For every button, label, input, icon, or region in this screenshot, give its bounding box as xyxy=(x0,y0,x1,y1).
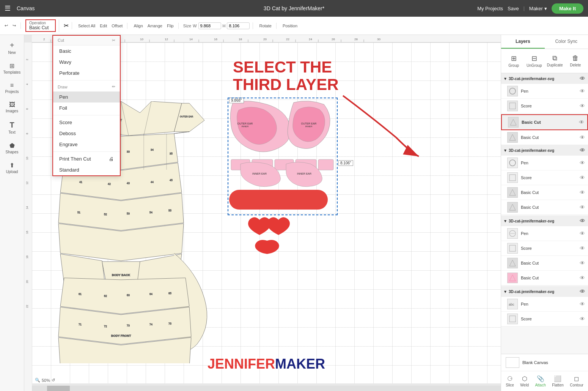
basiccut-g2-2-thumb xyxy=(507,202,518,213)
svg-marker-54 xyxy=(174,132,189,134)
sidebar-item-templates[interactable]: ⊞ Templates xyxy=(0,59,24,77)
sidebar-item-text[interactable]: T Text xyxy=(0,118,24,137)
layer-item-basiccut-highlighted[interactable]: Basic Cut 👁 xyxy=(501,114,588,130)
layer-basiccut-g3-1[interactable]: Basic Cut 👁 xyxy=(501,256,588,271)
layer-basiccut-g2-1[interactable]: Basic Cut 👁 xyxy=(501,185,588,200)
engrave-item[interactable]: Engrave xyxy=(53,139,120,150)
align-button[interactable]: Align xyxy=(132,23,144,29)
position-button[interactable]: Position xyxy=(281,23,299,29)
group-button[interactable]: ⊞ Group xyxy=(504,52,523,70)
svg-text:52: 52 xyxy=(104,213,107,216)
layer-group-header-1[interactable]: ▾ 3D-cat-jennifermaker-svg 👁 xyxy=(501,73,588,84)
layer-item-basiccut-2[interactable]: Basic Cut 👁 xyxy=(501,130,588,145)
layer-score-2[interactable]: Score 👁 xyxy=(501,170,588,185)
horizontal-scrollbar[interactable] xyxy=(32,386,501,391)
flatten-button[interactable]: ⬜ Flatten xyxy=(549,374,567,389)
width-input[interactable] xyxy=(198,22,221,29)
layer-basiccut-g3-2-pink[interactable]: Basic Cut 👁 xyxy=(501,271,588,285)
make-it-button[interactable]: Make It xyxy=(552,3,583,14)
my-projects-link[interactable]: My Projects xyxy=(477,6,503,11)
basiccut-g3-2-pink-eye[interactable]: 👁 xyxy=(580,275,585,281)
pen3-eye-icon[interactable]: 👁 xyxy=(580,230,585,236)
sidebar-item-upload[interactable]: ⬆ Upload xyxy=(0,159,24,177)
sidebar-item-images[interactable]: 🖼 Images xyxy=(0,98,24,116)
layer-basiccut-g2-2[interactable]: Basic Cut 👁 xyxy=(501,200,588,215)
undo-button[interactable]: ↩ xyxy=(3,22,9,29)
layer-pen-2[interactable]: Pen 👁 xyxy=(501,156,588,170)
layer-group-header-4[interactable]: ▾ 3D-cat-jennifermaker-svg 👁 xyxy=(501,286,588,297)
offset-button[interactable]: Offset xyxy=(110,23,124,29)
flatten-icon: ⬜ xyxy=(554,375,561,382)
rotate-button[interactable]: Rotate xyxy=(258,23,273,29)
score2-eye-icon[interactable]: 👁 xyxy=(580,175,585,181)
basiccut-g3-1-eye[interactable]: 👁 xyxy=(580,260,585,266)
layer-item-score-1[interactable]: Score 👁 xyxy=(501,99,588,114)
group3-eye-icon[interactable]: 👁 xyxy=(580,218,585,224)
sidebar-item-shapes[interactable]: ⬟ Shapes xyxy=(0,139,24,157)
save-button[interactable]: Save xyxy=(508,6,519,11)
svg-text:74: 74 xyxy=(149,323,153,326)
print-then-cut-item[interactable]: Print Then Cut 🖨 xyxy=(53,153,120,164)
cut-wavy-item[interactable]: Wavy xyxy=(53,57,120,68)
draw-foil-item[interactable]: Foil xyxy=(53,102,120,114)
svg-text:44: 44 xyxy=(151,181,154,183)
cut-basic-item[interactable]: Basic xyxy=(53,46,120,57)
score3-eye-icon[interactable]: 👁 xyxy=(580,245,585,251)
height-input[interactable] xyxy=(227,22,250,29)
pen1-eye-icon[interactable]: 👁 xyxy=(580,88,585,94)
group1-eye-icon[interactable]: 👁 xyxy=(580,76,585,82)
attach-button[interactable]: 📎 Attach xyxy=(532,374,549,389)
sidebar-item-new[interactable]: + New xyxy=(0,38,24,58)
redo-button[interactable]: ↪ xyxy=(11,22,17,29)
basiccut-g2-1-eye[interactable]: 👁 xyxy=(580,189,585,196)
arrange-button[interactable]: Arrange xyxy=(146,23,164,29)
new-icon: + xyxy=(10,41,14,50)
layer-item-pen-1[interactable]: Pen 👁 xyxy=(501,84,588,99)
basiccut2-thumbnail xyxy=(507,132,518,143)
score-item[interactable]: Score xyxy=(53,117,120,128)
tab-layers[interactable]: Layers xyxy=(501,35,545,49)
duplicate-button[interactable]: ⧉ Duplicate xyxy=(546,52,564,70)
weld-button[interactable]: ⬡ Weld xyxy=(517,374,532,389)
svg-rect-131 xyxy=(509,316,516,322)
zoom-display: 🔍 50% ↺ xyxy=(35,378,55,383)
layer-score-4[interactable]: Score 👁 xyxy=(501,312,588,326)
group2-eye-icon[interactable]: 👁 xyxy=(580,147,585,153)
layer-group-header-3[interactable]: ▾ 3D-cat-jennifermaker-svg 👁 xyxy=(501,216,588,226)
blank-canvas-swatch xyxy=(506,357,519,368)
layer-group-header-2[interactable]: ▾ 3D-cat-jennifermaker-svg 👁 xyxy=(501,145,588,156)
group4-eye-icon[interactable]: 👁 xyxy=(580,289,585,295)
flip-button[interactable]: Flip xyxy=(165,23,175,29)
svg-text:43: 43 xyxy=(127,182,130,184)
maker-button[interactable]: Maker ▾ xyxy=(529,6,547,11)
standard-item[interactable]: Standard xyxy=(53,164,120,175)
ungroup-button[interactable]: ⊟ UnGroup xyxy=(525,52,544,70)
sidebar-item-projects[interactable]: ≡ Projects xyxy=(0,79,24,97)
svg-marker-124 xyxy=(509,204,516,210)
basiccut-g2-2-eye[interactable]: 👁 xyxy=(580,204,585,210)
score4-eye-icon[interactable]: 👁 xyxy=(580,316,585,322)
score1-eye-icon[interactable]: 👁 xyxy=(580,103,585,109)
pen4-eye-icon[interactable]: 👁 xyxy=(580,301,585,307)
slice-button[interactable]: ⚆ Slice xyxy=(503,374,517,389)
tab-color-sync[interactable]: Color Sync xyxy=(545,35,588,49)
draw-pen-item[interactable]: Pen xyxy=(53,91,120,102)
edit-button[interactable]: Edit xyxy=(98,23,108,29)
layer-score-3[interactable]: Score 👁 xyxy=(501,241,588,256)
cut-perforate-item[interactable]: Perforate xyxy=(53,68,120,79)
contour-button[interactable]: ◻ Contour xyxy=(567,374,586,389)
topbar-divider: | xyxy=(524,6,525,11)
deboss-item[interactable]: Deboss xyxy=(53,128,120,139)
svg-text:64: 64 xyxy=(149,293,153,295)
pen2-eye-icon[interactable]: 👁 xyxy=(580,160,585,166)
basiccut-highlight-eye-icon[interactable]: 👁 xyxy=(579,119,584,125)
delete-button[interactable]: 🗑 Delete xyxy=(566,52,585,70)
layer-pen-3[interactable]: Pen 👁 xyxy=(501,226,588,241)
basiccut2-eye-icon[interactable]: 👁 xyxy=(580,134,585,140)
measure-width-label: 9.868" xyxy=(229,98,244,103)
operation-selector[interactable]: Operation Basic Cut xyxy=(25,19,56,32)
layer-pen-4[interactable]: abc Pen 👁 xyxy=(501,297,588,312)
menu-icon[interactable]: ☰ xyxy=(5,4,11,13)
select-all-button[interactable]: Select All xyxy=(77,23,97,29)
duplicate-icon: ⧉ xyxy=(552,54,557,62)
